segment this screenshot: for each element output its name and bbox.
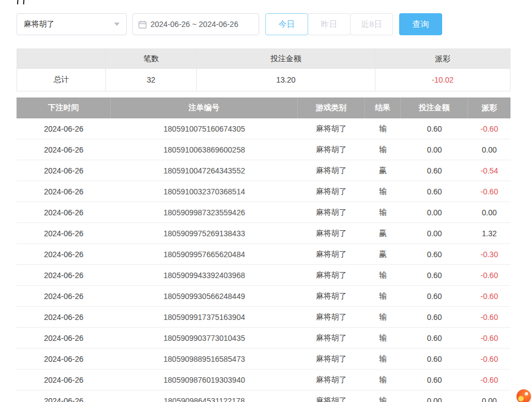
chevron-down-icon: [114, 23, 120, 26]
cell-payout: -0.60: [468, 349, 510, 369]
cell-bet-amount: 0.60: [401, 244, 468, 264]
cell-game-type: 麻将胡了: [298, 370, 365, 390]
cell-payout: -0.54: [468, 160, 510, 181]
table-row: 2024-06-261805909903773010435麻将胡了输0.60-0…: [17, 328, 510, 349]
header-result: 结果: [365, 97, 401, 118]
cell-game-type: 麻将胡了: [298, 244, 365, 264]
cell-game-type: 麻将胡了: [298, 265, 365, 285]
cell-payout: -0.60: [468, 286, 510, 306]
cell-payout: -0.60: [468, 307, 510, 327]
cell-order-id: 1805909930566248449: [111, 286, 298, 306]
cell-bet-amount: 0.60: [401, 307, 468, 327]
bet-table-body: 2024-06-261805910075160674305麻将胡了输0.60-0…: [17, 118, 510, 402]
cell-game-type: 麻将胡了: [298, 139, 365, 160]
summary-header-bet-amount: 投注金额: [197, 49, 375, 69]
cell-order-id: 1805909864531122178: [111, 390, 298, 402]
summary-total-row: 总计 32 13.20 -10.02: [17, 69, 510, 91]
summary-header-row: 笔数 投注金额 派彩: [17, 49, 510, 69]
filter-bar: 麻将胡了 2024-06-26 ~ 2024-06-26 今日 昨日 近8日 查…: [17, 13, 442, 35]
date-range-value: 2024-06-26 ~ 2024-06-26: [151, 20, 238, 29]
cell-payout: -0.60: [468, 265, 510, 285]
cell-bet-amount: 0.60: [401, 370, 468, 390]
table-row: 2024-06-261805909917375163904麻将胡了输0.60-0…: [17, 307, 510, 328]
header-bet-amount: 投注金额: [401, 97, 468, 118]
table-row: 2024-06-261805909889516585473麻将胡了输0.60-0…: [17, 349, 510, 370]
date-range-input[interactable]: 2024-06-26 ~ 2024-06-26: [132, 13, 259, 35]
game-select[interactable]: 麻将胡了: [17, 13, 127, 35]
table-row: 2024-06-261805909930566248449麻将胡了输0.60-0…: [17, 286, 510, 307]
cell-payout: -0.60: [468, 181, 510, 202]
cell-result: 输: [365, 181, 401, 202]
cell-result: 输: [365, 202, 401, 222]
range-button-today[interactable]: 今日: [265, 13, 308, 35]
game-select-value: 麻将胡了: [24, 19, 114, 29]
cell-result: 赢: [365, 160, 401, 181]
cell-payout: -0.30: [468, 244, 510, 264]
cell-order-id: 1805909889516585473: [111, 349, 298, 369]
cell-payout: 0.00: [468, 202, 510, 222]
range-button-yesterday[interactable]: 昨日: [308, 13, 351, 35]
cell-bet-time: 2024-06-26: [17, 202, 111, 222]
cell-game-type: 麻将胡了: [298, 160, 365, 181]
table-row: 2024-06-261805909957665620484麻将胡了赢0.60-0…: [17, 244, 510, 265]
cell-result: 输: [365, 328, 401, 348]
cell-result: 输: [365, 265, 401, 285]
cell-order-id: 1805910032370368514: [111, 181, 298, 202]
cell-bet-amount: 0.60: [401, 160, 468, 181]
cell-bet-time: 2024-06-26: [17, 181, 111, 202]
cell-result: 输: [365, 370, 401, 390]
cell-game-type: 麻将胡了: [298, 286, 365, 306]
cell-game-type: 麻将胡了: [298, 181, 365, 202]
cell-bet-time: 2024-06-26: [17, 286, 111, 306]
cell-order-id: 1805909987323559426: [111, 202, 298, 222]
cell-bet-amount: 0.60: [401, 349, 468, 369]
cell-bet-time: 2024-06-26: [17, 307, 111, 327]
cell-payout: 0.00: [468, 390, 510, 402]
table-row: 2024-06-261805909943392403968麻将胡了输0.60-0…: [17, 265, 510, 286]
cell-result: 输: [365, 286, 401, 306]
cell-payout: 1.32: [468, 223, 510, 243]
page: 麻将胡了 2024-06-26 ~ 2024-06-26 今日 昨日 近8日 查…: [0, 0, 532, 402]
cell-order-id: 1805909943392403968: [111, 265, 298, 285]
calendar-icon: [138, 20, 147, 29]
table-row: 2024-06-261805909864531122178麻将胡了输0.000.…: [17, 390, 510, 402]
cell-bet-amount: 0.60: [401, 328, 468, 348]
cell-result: 赢: [365, 223, 401, 243]
cell-result: 输: [365, 307, 401, 327]
cell-bet-time: 2024-06-26: [17, 328, 111, 348]
cell-bet-time: 2024-06-26: [17, 265, 111, 285]
summary-payout: -10.02: [375, 69, 510, 91]
cell-game-type: 麻将胡了: [298, 202, 365, 222]
clipped-content-fragment: [17, 0, 39, 4]
cell-bet-amount: 0.00: [401, 139, 468, 160]
cell-order-id: 1805909957665620484: [111, 244, 298, 264]
table-row: 2024-06-261805910032370368514麻将胡了输0.60-0…: [17, 181, 510, 202]
cell-bet-amount: 0.00: [401, 390, 468, 402]
cell-result: 输: [365, 349, 401, 369]
table-row: 2024-06-261805910047264343552麻将胡了赢0.60-0…: [17, 160, 510, 181]
cell-bet-amount: 0.00: [401, 223, 468, 243]
summary-header-count: 笔数: [106, 49, 197, 69]
cell-bet-time: 2024-06-26: [17, 244, 111, 264]
cell-order-id: 1805910075160674305: [111, 118, 298, 139]
customer-service-icon[interactable]: [517, 389, 531, 402]
cell-payout: -0.60: [468, 118, 510, 139]
table-row: 2024-06-261805910075160674305麻将胡了输0.60-0…: [17, 118, 510, 139]
header-bet-time: 下注时间: [17, 97, 111, 118]
cell-game-type: 麻将胡了: [298, 223, 365, 243]
cell-result: 输: [365, 139, 401, 160]
cell-bet-time: 2024-06-26: [17, 223, 111, 243]
cell-bet-amount: 0.60: [401, 286, 468, 306]
cell-bet-time: 2024-06-26: [17, 370, 111, 390]
cell-result: 输: [365, 118, 401, 139]
cell-payout: -0.60: [468, 328, 510, 348]
cell-payout: -0.60: [468, 370, 510, 390]
cell-game-type: 麻将胡了: [298, 390, 365, 402]
cell-bet-amount: 0.60: [401, 118, 468, 139]
summary-total-label: 总计: [17, 69, 106, 91]
cell-game-type: 麻将胡了: [298, 307, 365, 327]
range-button-last8days[interactable]: 近8日: [350, 13, 393, 35]
cell-game-type: 麻将胡了: [298, 349, 365, 369]
query-button[interactable]: 查询: [399, 13, 442, 35]
cell-order-id: 1805909903773010435: [111, 328, 298, 348]
